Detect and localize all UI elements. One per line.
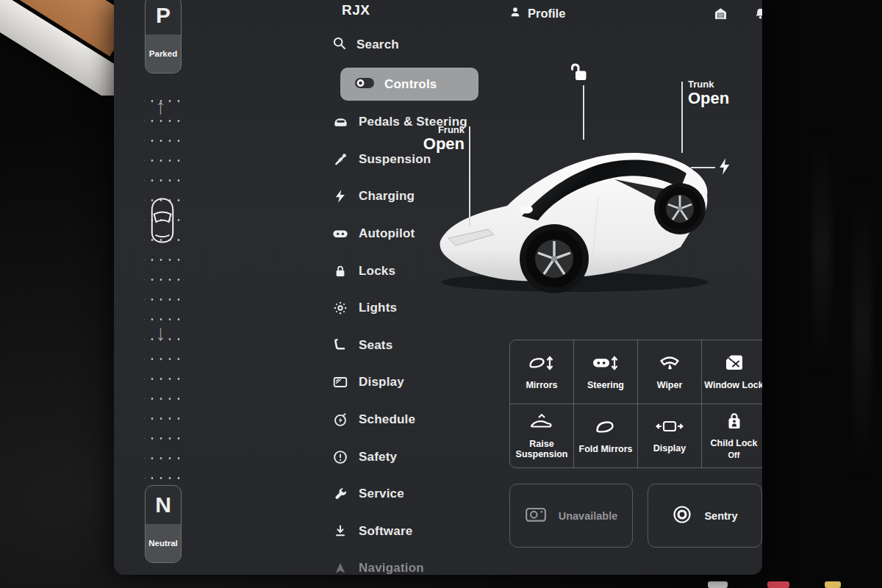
sun-dotted-icon (331, 300, 349, 316)
sidebar-item-schedule[interactable]: Schedule (331, 401, 497, 439)
frunk-status[interactable]: Frunk Open (412, 125, 465, 152)
gear-letter-p: P (146, 0, 181, 35)
sidebar-item-label: Suspension (359, 152, 431, 167)
frunk-label: Frunk (412, 125, 465, 135)
download-icon (331, 523, 349, 539)
window-lock-icon (724, 354, 745, 376)
mirror-adjust-icon (528, 354, 556, 376)
photo-of-tesla-screen: P Parked ↑ ↓ N Neutral RJX Search (0, 0, 882, 588)
trunk-label: Trunk (688, 79, 729, 90)
sidebar-item-label: Seats (359, 338, 392, 353)
gear-label-neutral: Neutral (146, 524, 181, 562)
lock-icon (331, 263, 349, 279)
wrench-icon (331, 487, 349, 502)
child-lock-state: Off (728, 451, 740, 459)
gear-label-parked: Parked (146, 35, 181, 73)
sidebar-search[interactable]: Search (331, 35, 399, 54)
sidebar-item-safety[interactable]: Safety (331, 438, 497, 476)
steering-adjust-icon (592, 354, 620, 376)
display-icon (331, 374, 349, 390)
screen-reflection (812, 125, 831, 375)
sidebar-item-label: Controls (384, 77, 437, 92)
unlocked-icon[interactable] (568, 62, 589, 86)
sidebar-item-label: Software (359, 524, 412, 539)
dock-app-icon (825, 581, 841, 588)
gear-dots-pattern (144, 85, 181, 488)
child-lock-button[interactable]: Child Lock Off (702, 404, 762, 468)
sidebar-item-label: Service (359, 487, 404, 501)
quick-control-label: Window Lock (704, 380, 762, 390)
car-front-icon (331, 114, 349, 131)
lightning-bolt-icon (331, 188, 349, 204)
dashboard-corner (0, 0, 125, 96)
gear-letter-n: N (146, 486, 181, 524)
alert-circle-icon (331, 449, 349, 465)
down-arrow-icon[interactable]: ↓ (155, 322, 166, 344)
sidebar-item-software[interactable]: Software (331, 513, 497, 551)
sidebar-item-seats[interactable]: Seats (331, 327, 497, 365)
trunk-annotation-line (681, 82, 683, 153)
lock-annotation-line (583, 85, 584, 140)
sidebar-item-service[interactable]: Service (331, 476, 497, 513)
window-lock-button[interactable]: Window Lock (702, 340, 762, 404)
steering-adjust-button[interactable]: Steering (574, 340, 638, 404)
quick-control-label: Steering (587, 380, 624, 390)
camera-unavailable-label: Unavailable (559, 510, 618, 522)
sidebar-item-label: Lights (359, 301, 397, 315)
suspension-strut-icon (331, 151, 349, 168)
quick-control-label: Fold Mirrors (579, 444, 633, 454)
child-lock-icon (725, 412, 743, 434)
vehicle-top-view-icon (148, 197, 176, 247)
sidebar-item-controls[interactable]: Controls (340, 68, 478, 101)
quick-control-label: Child Lock (711, 438, 758, 448)
display-move-icon (656, 418, 684, 439)
wiper-button[interactable]: Wiper (638, 340, 702, 404)
frunk-annotation-line (469, 126, 470, 226)
screen-reflection (853, 176, 872, 485)
gear-indicator-neutral[interactable]: N Neutral (145, 485, 182, 563)
fold-mirrors-icon (594, 417, 617, 440)
sidebar-item-label: Locks (359, 264, 395, 279)
homelink-garage-icon[interactable] (713, 7, 753, 24)
raise-suspension-button[interactable]: Raise Suspension (510, 404, 574, 468)
camera-unavailable-button[interactable]: Unavailable (509, 484, 633, 548)
dock-app-icon (708, 581, 728, 588)
raise-suspension-icon (528, 412, 555, 434)
search-label: Search (356, 37, 399, 52)
camera-icon (525, 506, 547, 526)
charge-port-icon[interactable] (718, 157, 731, 179)
fold-mirrors-button[interactable]: Fold Mirrors (574, 404, 638, 468)
trunk-state: Open (688, 90, 729, 107)
sidebar-item-label: Navigation (359, 561, 424, 575)
quick-control-label: Raise Suspension (512, 439, 572, 459)
vehicle-name-title: RJX (342, 2, 370, 18)
notifications-bell-icon[interactable] (753, 7, 762, 24)
tesla-touchscreen: P Parked ↑ ↓ N Neutral RJX Search (114, 0, 762, 575)
quick-control-label: Mirrors (526, 380, 557, 390)
navigation-arrow-icon (331, 561, 349, 575)
wiper-icon (659, 354, 681, 376)
sentry-label: Sentry (704, 510, 737, 522)
chargeport-annotation-line (691, 167, 715, 168)
sentry-circle-icon (672, 504, 692, 528)
sidebar-item-display[interactable]: Display (331, 364, 497, 401)
schedule-clock-icon (331, 412, 349, 428)
sentry-button[interactable]: Sentry (648, 484, 762, 548)
mirrors-adjust-button[interactable]: Mirrors (510, 340, 574, 404)
profile-button[interactable]: Profile (509, 6, 565, 21)
sidebar-item-navigation[interactable]: Navigation (331, 550, 497, 575)
sidebar-item-label: Autopilot (359, 226, 415, 241)
profile-label: Profile (528, 7, 565, 21)
status-icons: LTE (713, 6, 762, 25)
sidebar-item-label: Schedule (359, 412, 415, 427)
steering-yoke-icon (331, 226, 349, 242)
frunk-state: Open (412, 135, 465, 152)
controls-toggle-icon (354, 76, 375, 93)
trunk-status[interactable]: Trunk Open (688, 79, 729, 107)
gear-indicator-park[interactable]: P Parked (145, 0, 182, 74)
search-icon (331, 35, 347, 54)
display-move-button[interactable]: Display (638, 404, 702, 468)
vehicle-render (428, 129, 722, 298)
up-arrow-icon[interactable]: ↑ (155, 96, 166, 118)
quick-control-label: Display (653, 443, 686, 453)
